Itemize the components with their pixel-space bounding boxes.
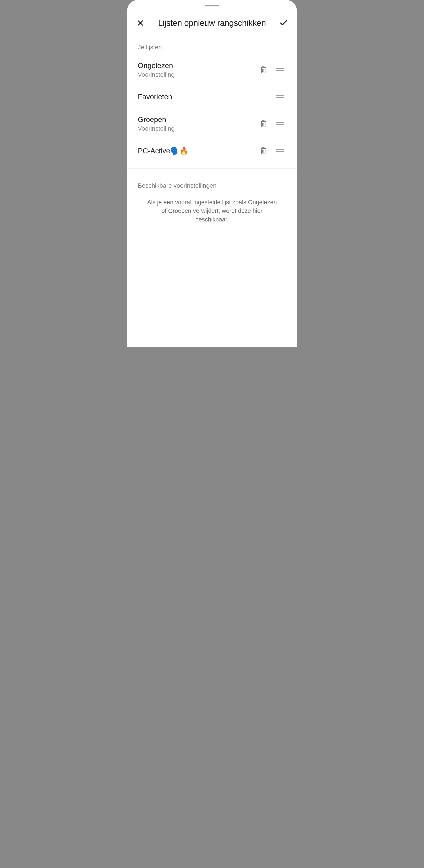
drag-icon (276, 95, 284, 99)
svg-rect-11 (276, 124, 284, 125)
list-item: Favorieten (127, 85, 297, 109)
delete-button[interactable] (257, 118, 269, 130)
list-item-text: Groepen Voorinstelling (138, 115, 253, 132)
svg-rect-10 (276, 122, 284, 123)
list-item: Ongelezen Voorinstelling (127, 55, 297, 85)
trash-icon (259, 66, 267, 74)
drag-icon (276, 122, 284, 126)
drag-icon (276, 68, 284, 72)
drag-handle[interactable] (274, 64, 286, 76)
list-item-name: PC-Active🗣️🔥 (138, 147, 253, 155)
svg-rect-6 (276, 95, 284, 96)
drag-icon (276, 149, 284, 153)
svg-rect-4 (276, 68, 284, 69)
your-lists-section: Je lijsten Ongelezen Voorinstelling (127, 33, 297, 163)
check-icon (279, 19, 288, 27)
delete-button[interactable] (257, 145, 269, 157)
list-item-subtitle: Voorinstelling (138, 71, 253, 78)
list-item: Groepen Voorinstelling (127, 109, 297, 138)
delete-button[interactable] (257, 64, 269, 76)
list-item-name: Groepen (138, 115, 253, 124)
list-item-text: Favorieten (138, 93, 269, 101)
svg-rect-15 (276, 151, 284, 152)
confirm-button[interactable] (278, 18, 289, 28)
list-item-subtitle: Voorinstelling (138, 125, 253, 132)
sheet-container: Lijsten opnieuw rangschikken Je lijsten … (127, 0, 297, 347)
list-item-text: PC-Active🗣️🔥 (138, 147, 253, 155)
svg-rect-5 (276, 70, 284, 71)
drag-handle[interactable] (274, 118, 286, 130)
list-item-name: Ongelezen (138, 61, 253, 70)
sheet-drag-indicator[interactable] (205, 5, 219, 6)
trash-icon (259, 120, 267, 128)
list-item-name: Favorieten (138, 93, 269, 101)
drag-handle[interactable] (274, 145, 286, 157)
svg-rect-14 (276, 149, 284, 150)
list-item-text: Ongelezen Voorinstelling (138, 61, 253, 78)
close-icon (137, 19, 144, 27)
svg-rect-7 (276, 97, 284, 98)
your-lists-header: Je lijsten (127, 33, 297, 55)
page-title: Lijsten opnieuw rangschikken (150, 18, 274, 28)
list-item: PC-Active🗣️🔥 (127, 138, 297, 163)
presets-hint: Als je een vooraf ingestelde lijst zoals… (127, 194, 297, 228)
presets-section: Beschikbare voorinstellingen Als je een … (127, 169, 297, 228)
presets-header: Beschikbare voorinstellingen (127, 171, 297, 194)
drag-handle[interactable] (274, 91, 286, 103)
trash-icon (259, 147, 267, 155)
close-button[interactable] (135, 18, 146, 28)
